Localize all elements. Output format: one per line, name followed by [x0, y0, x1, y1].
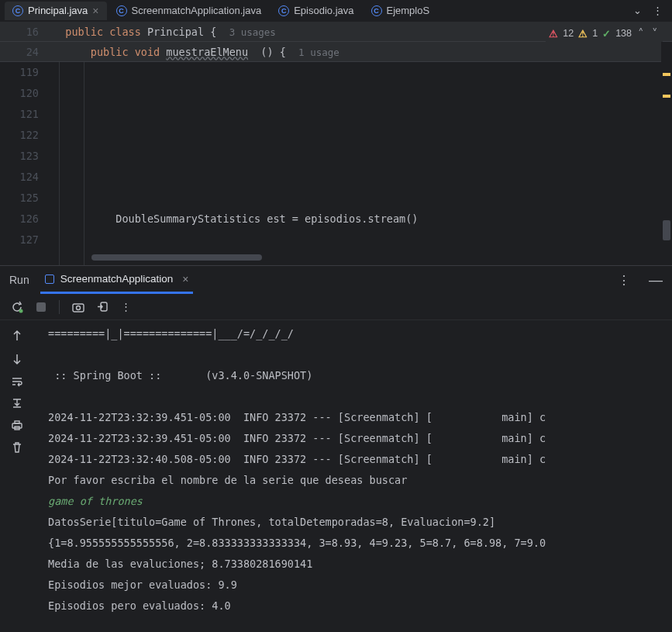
- tab-label: EjemploS: [387, 5, 430, 16]
- svg-rect-1: [36, 302, 46, 312]
- rerun-button[interactable]: [11, 301, 23, 313]
- tab-screenmatchapp[interactable]: C ScreenmatchApplication.java: [109, 2, 270, 19]
- class-icon: C: [278, 5, 289, 16]
- tab-label: Episodio.java: [294, 5, 353, 16]
- svg-rect-2: [73, 304, 84, 312]
- print-icon[interactable]: [11, 420, 23, 430]
- horizontal-scrollbar[interactable]: [53, 254, 660, 262]
- minimize-icon[interactable]: —: [641, 272, 663, 288]
- sticky-code: public void muestraElMenu () { 1 usage: [53, 46, 339, 58]
- close-icon[interactable]: ×: [92, 5, 98, 17]
- up-arrow-icon[interactable]: [12, 330, 22, 342]
- line-number: 24: [0, 46, 53, 58]
- down-arrow-icon[interactable]: [12, 353, 22, 365]
- close-icon[interactable]: ×: [179, 273, 188, 285]
- run-header: Run ScreenmatchApplication × ⋮ —: [0, 266, 672, 294]
- run-sidebar: [0, 320, 34, 632]
- sticky-code: public class Principal { 3 usages: [53, 26, 276, 38]
- svg-rect-5: [12, 423, 22, 428]
- tab-label: Principal.java: [28, 5, 88, 16]
- code-lines[interactable]: DoubleSummaryStatistics est = episodios.…: [53, 62, 672, 265]
- soft-wrap-icon[interactable]: [11, 376, 23, 387]
- chevron-down-icon[interactable]: ⌄: [633, 5, 642, 16]
- inspection-widget[interactable]: ⚠12 ⚠1 ✓138 ˄ ˅: [546, 25, 663, 42]
- line-number: 16: [0, 26, 53, 38]
- chevron-up-icon[interactable]: ˄: [636, 26, 646, 40]
- class-icon: C: [116, 5, 127, 16]
- tab-episodio[interactable]: C Episodio.java: [271, 2, 361, 19]
- app-icon: [45, 275, 54, 284]
- console-output[interactable]: =========|_|==============|___/=/_/_/_/ …: [34, 320, 672, 632]
- run-title: Run: [9, 274, 29, 286]
- sticky-header-2[interactable]: 24 public void muestraElMenu () { 1 usag…: [0, 42, 672, 62]
- svg-point-0: [19, 309, 23, 313]
- ok-icon: ✓: [602, 28, 611, 40]
- tab-principal[interactable]: C Principal.java ×: [5, 2, 107, 20]
- more-icon[interactable]: ⋮: [653, 5, 663, 16]
- trash-icon[interactable]: [12, 441, 22, 454]
- scrollbar-thumb[interactable]: [663, 220, 670, 240]
- run-config-label: ScreenmatchApplication: [60, 273, 174, 285]
- svg-point-3: [77, 306, 81, 309]
- run-toolbar: ⋮: [0, 294, 672, 320]
- more-icon[interactable]: ⋮: [618, 273, 630, 288]
- scroll-end-icon[interactable]: [11, 398, 23, 409]
- editor: 16 public class Principal { 3 usages 24 …: [0, 22, 672, 265]
- more-icon[interactable]: ⋮: [121, 301, 131, 313]
- run-config-tab[interactable]: ScreenmatchApplication ×: [40, 266, 194, 294]
- svg-rect-6: [15, 421, 19, 423]
- code-area[interactable]: 119120121122123124125126127 DoubleSummar…: [0, 62, 672, 265]
- gutter: 119120121122123124125126127: [0, 62, 53, 265]
- warning-icon: ⚠: [578, 28, 588, 40]
- stop-button[interactable]: [36, 302, 47, 313]
- error-stripe[interactable]: [661, 42, 672, 259]
- exit-icon[interactable]: [97, 301, 109, 313]
- tab-ejemplo[interactable]: C EjemploS: [364, 2, 438, 19]
- class-icon: C: [12, 5, 23, 16]
- screenshot-icon[interactable]: [72, 302, 84, 313]
- chevron-down-icon[interactable]: ˅: [650, 26, 660, 40]
- tab-label: ScreenmatchApplication.java: [132, 5, 262, 16]
- error-icon: ⚠: [549, 28, 558, 40]
- editor-tab-bar: C Principal.java × C ScreenmatchApplicat…: [0, 0, 672, 22]
- class-icon: C: [371, 5, 382, 16]
- run-tool-window: Run ScreenmatchApplication × ⋮ — ⋮: [0, 265, 672, 632]
